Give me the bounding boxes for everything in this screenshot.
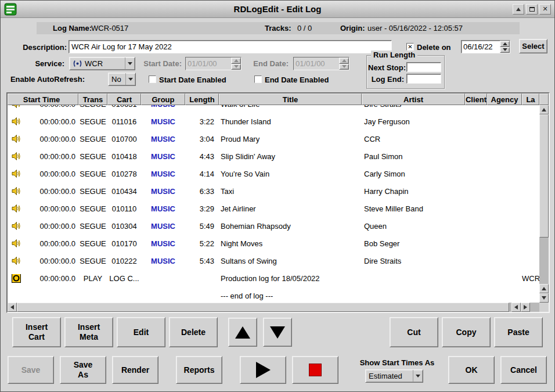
vertical-scrollbar[interactable] (539, 105, 549, 303)
show-start-times-combo[interactable]: Estimated (365, 369, 423, 383)
log-row[interactable]: 00:00:00.0 PLAY LOG C... Production log … (8, 269, 539, 287)
row-title: Proud Mary (219, 135, 362, 143)
copy-button[interactable]: Copy (442, 317, 491, 347)
column-header-length[interactable]: Length (185, 93, 219, 105)
ok-button[interactable]: OK (448, 356, 495, 384)
scroll-left-button-2[interactable] (511, 303, 521, 312)
start-date-enabled-checkbox[interactable] (149, 75, 156, 83)
titlebar[interactable]: RDLogEdit - Edit Log ✕ (1, 1, 554, 18)
description-input[interactable] (69, 40, 392, 53)
scroll-up-button[interactable] (539, 105, 549, 114)
row-artist: Dire Straits (362, 257, 465, 265)
row-title: Slip Slidin' Away (219, 152, 362, 161)
move-down-button[interactable] (263, 318, 292, 347)
insert-cart-button[interactable]: Insert Cart (12, 317, 61, 347)
delete-button[interactable]: Delete (169, 317, 218, 347)
scroll-left-button[interactable] (8, 303, 17, 312)
end-date-enabled-checkbox[interactable] (254, 75, 262, 83)
row-group: MUSIC (141, 152, 185, 161)
autorefresh-combo-value: No (111, 75, 121, 84)
log-row[interactable]: 00:00:00.0 SEGUE 010170 MUSIC 5:22 Night… (8, 235, 539, 252)
shade-button[interactable] (513, 4, 524, 15)
row-cart: 010110 (107, 204, 141, 213)
stop-button[interactable] (292, 356, 338, 384)
spin-up-button (339, 57, 349, 64)
audio-cart-icon (12, 170, 20, 178)
row-artist: CCR (362, 135, 465, 143)
cut-button[interactable]: Cut (390, 317, 438, 347)
vertical-scroll-thumb[interactable] (539, 114, 549, 238)
scroll-right-button[interactable] (521, 303, 530, 312)
log-row[interactable]: 00:00:00.0 SEGUE 010110 MUSIC 3:29 Jet A… (8, 200, 539, 217)
horizontal-scroll-thumb[interactable] (17, 303, 509, 312)
save-as-button[interactable]: Save As (60, 356, 106, 384)
up-arrow-icon (542, 287, 546, 290)
log-row[interactable]: 00:00:00.0 SEGUE 010651 MUSIC Walk of Li… (8, 105, 539, 113)
horizontal-scrollbar[interactable] (8, 303, 539, 312)
select-log-date-button[interactable]: Select (519, 39, 547, 53)
service-combo-value: WCR (85, 59, 103, 68)
row-title: --- end of log --- (219, 292, 362, 300)
row-group: MUSIC (141, 135, 185, 143)
column-header-start-time[interactable]: Start Time (8, 93, 78, 105)
column-header-trans[interactable]: Trans (78, 93, 107, 105)
play-icon (256, 362, 271, 378)
log-row[interactable]: 00:00:00.0 SEGUE 010418 MUSIC 4:43 Slip … (8, 148, 539, 165)
row-cart: 010418 (107, 152, 141, 161)
paste-button[interactable]: Paste (494, 317, 543, 347)
column-header-agency[interactable]: Agency (487, 93, 522, 105)
log-row[interactable]: 00:00:00.0 SEGUE 010278 MUSIC 4:14 You'r… (8, 165, 539, 182)
scroll-down-button[interactable] (539, 293, 549, 303)
row-trans: SEGUE (78, 105, 107, 109)
close-icon: ✕ (542, 5, 547, 13)
close-button[interactable]: ✕ (539, 4, 551, 15)
column-header-cart[interactable]: Cart (107, 93, 141, 105)
reports-button[interactable]: Reports (176, 356, 222, 384)
edit-button[interactable]: Edit (117, 317, 165, 347)
delete-date-spinbox[interactable] (461, 40, 510, 53)
column-header-title[interactable]: Title (219, 93, 362, 105)
row-group: MUSIC (141, 187, 185, 196)
row-start-time: 00:00:00.0 (40, 274, 75, 283)
row-artist: Carly Simon (362, 170, 465, 178)
row-length: 5:49 (185, 222, 219, 231)
service-combo[interactable]: WCR (69, 57, 135, 70)
play-button[interactable] (240, 356, 286, 384)
move-up-button[interactable] (228, 318, 257, 347)
row-trans: SEGUE (78, 170, 107, 178)
maximize-button[interactable] (526, 4, 538, 15)
row-trans: SEGUE (78, 117, 107, 126)
spin-down-button[interactable] (500, 47, 510, 53)
delete-date-input[interactable] (462, 41, 500, 53)
insert-meta-button[interactable]: Insert Meta (64, 317, 113, 347)
log-row[interactable]: 00:00:00.0 SEGUE 010304 MUSIC 5:49 Bohem… (8, 217, 539, 235)
row-start-time: 00:00:00.0 (40, 257, 75, 265)
render-button[interactable]: Render (112, 356, 158, 384)
left-arrow-icon (514, 305, 518, 310)
autorefresh-combo[interactable]: No (108, 73, 136, 86)
audio-cart-icon (12, 204, 20, 213)
next-stop-field (406, 62, 441, 72)
end-date-input (294, 57, 339, 70)
row-artist: Jay Ferguson (362, 117, 465, 126)
log-name-value: WCR-0517 (91, 22, 128, 34)
scroll-up-button-2[interactable] (539, 284, 549, 293)
log-row[interactable]: --- end of log --- (8, 287, 539, 303)
column-header-client[interactable]: Client (465, 93, 487, 105)
column-header-artist[interactable]: Artist (362, 93, 465, 105)
row-trans: PLAY (78, 274, 107, 283)
log-row[interactable]: 00:00:00.0 SEGUE 011016 MUSIC 3:22 Thund… (8, 113, 539, 130)
log-row[interactable]: 00:00:00.0 SEGUE 010222 MUSIC 5:43 Sulta… (8, 252, 539, 269)
column-header-label[interactable]: La (522, 93, 539, 105)
audio-cart-icon (12, 152, 20, 160)
cancel-button[interactable]: Cancel (500, 356, 547, 384)
spin-up-button[interactable] (500, 41, 510, 47)
row-artist: Bob Seger (362, 239, 465, 248)
log-row[interactable]: 00:00:00.0 SEGUE 010700 MUSIC 3:04 Proud… (8, 130, 539, 148)
delete-on-checkbox[interactable]: ✕ (406, 43, 414, 51)
column-header-group[interactable]: Group (141, 93, 185, 105)
log-row[interactable]: 00:00:00.0 SEGUE 010434 MUSIC 6:33 Taxi … (8, 182, 539, 200)
row-group: MUSIC (141, 222, 185, 231)
scrollbar-corner (539, 303, 549, 312)
end-date-label: End Date: (248, 57, 289, 70)
